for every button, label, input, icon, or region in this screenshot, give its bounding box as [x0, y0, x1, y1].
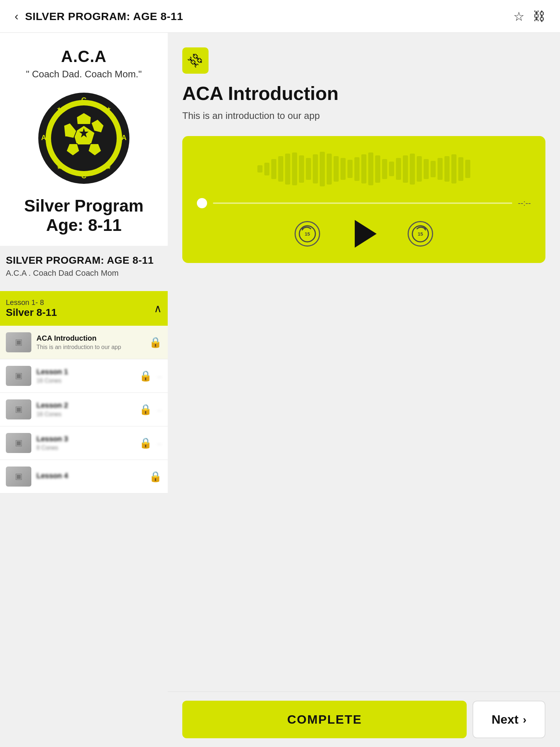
course-card-subtitle: " Coach Dad. Coach Mom." — [11, 69, 157, 80]
lock-icon: 🔒 — [139, 403, 152, 415]
link-icon-box: ⛓ — [182, 47, 209, 74]
lesson-item-info: Lesson 1 16 Cones — [36, 368, 131, 384]
header-icons: ☆ ⛓ — [513, 9, 545, 24]
svg-text:15: 15 — [305, 231, 310, 237]
lesson-item-name: Lesson 4 — [36, 472, 141, 480]
list-item[interactable]: ▣ Lesson 1 16 Cones 🔒 ... — [0, 359, 168, 393]
waveform-bar — [361, 154, 366, 183]
lesson-item-info: Lesson 3 8 Cones — [36, 435, 131, 451]
course-logo: C C A A ★ ★ ★ ★ — [36, 91, 131, 186]
lock-icon: 🔒 — [149, 336, 162, 348]
waveform-bar — [410, 154, 415, 185]
progress-dot — [197, 198, 207, 208]
link-icon: ⛓ — [185, 50, 205, 70]
lesson-item-sub: 16 Cones — [36, 378, 131, 384]
header: ‹ SILVER PROGRAM: AGE 8-11 ☆ ⛓ — [0, 0, 560, 33]
header-left: ‹ SILVER PROGRAM: AGE 8-11 — [15, 9, 183, 23]
share-link-icon[interactable]: ⛓ — [533, 9, 545, 24]
waveform-bar — [451, 154, 456, 183]
video-icon: ▣ — [15, 438, 23, 448]
lesson-thumbnail: ▣ — [6, 332, 31, 352]
time-display: --:-- — [518, 198, 531, 208]
forward-button[interactable]: 15 — [408, 221, 433, 247]
list-item[interactable]: ▣ Lesson 2 16 Cones 🔒 ... — [0, 393, 168, 426]
lesson-label: Lesson 1- 8 — [6, 298, 57, 307]
list-item[interactable]: ▣ Lesson 4 🔒 — [0, 460, 168, 494]
bottom-bar: COMPLETE Next › — [168, 692, 560, 747]
waveform-bar — [264, 163, 269, 175]
progress-track[interactable] — [213, 202, 512, 204]
waveform-bar — [354, 157, 359, 181]
waveform-bar — [438, 158, 443, 180]
waveform-bar — [306, 158, 311, 180]
lesson-section-header[interactable]: Lesson 1- 8 Silver 8-11 ∧ — [0, 291, 168, 326]
play-button[interactable] — [349, 219, 378, 248]
lesson-main-title: ACA Introduction — [182, 82, 545, 104]
waveform-bar — [431, 161, 436, 177]
chevron-up-icon[interactable]: ∧ — [154, 302, 162, 315]
waveform-bar — [396, 158, 401, 180]
progress-bar[interactable]: --:-- — [197, 198, 531, 208]
waveform-bar — [334, 156, 339, 182]
svg-text:★: ★ — [57, 106, 62, 112]
left-panel: A.C.A " Coach Dad. Coach Mom." — [0, 33, 168, 747]
waveform-bar — [375, 155, 380, 183]
video-icon: ▣ — [15, 371, 23, 380]
list-item[interactable]: ▣ Lesson 3 8 Cones 🔒 ... — [0, 426, 168, 460]
waveform-bar — [389, 162, 394, 176]
player-controls: 15 15 — [197, 219, 531, 248]
svg-text:★: ★ — [57, 164, 62, 170]
right-panel: ⛓ ACA Introduction This is an introducti… — [168, 33, 560, 747]
course-card-title: A.C.A — [11, 47, 157, 66]
next-arrow-icon: › — [523, 713, 526, 726]
course-name: Silver Program — [11, 197, 157, 215]
course-info: SILVER PROGRAM: AGE 8-11 A.C.A . Coach D… — [0, 246, 168, 284]
play-triangle-icon — [355, 220, 377, 248]
lesson-item-sub: 16 Cones — [36, 411, 131, 418]
lesson-item-name: Lesson 1 — [36, 368, 131, 376]
waveform-bar — [292, 152, 297, 185]
list-item[interactable]: ▣ ACA Introduction This is an introducti… — [0, 326, 168, 359]
back-button[interactable]: ‹ — [15, 9, 19, 23]
audio-player: --:-- 15 — [182, 136, 545, 263]
page-title: SILVER PROGRAM: AGE 8-11 — [25, 10, 183, 23]
svg-text:C: C — [81, 96, 86, 104]
lesson-thumbnail: ▣ — [6, 433, 31, 453]
next-button[interactable]: Next › — [472, 701, 545, 738]
waveform-bar — [424, 159, 429, 179]
waveform-bar — [341, 158, 346, 180]
lesson-item-name: Lesson 2 — [36, 401, 131, 410]
complete-button[interactable]: COMPLETE — [182, 701, 467, 738]
main-layout: A.C.A " Coach Dad. Coach Mom." — [0, 33, 560, 747]
lesson-item-badge: ... — [157, 372, 162, 379]
lesson-section-info: Lesson 1- 8 Silver 8-11 — [6, 298, 57, 318]
lesson-thumbnail: ▣ — [6, 399, 31, 419]
audio-waveform — [197, 151, 531, 187]
lesson-item-sub: This is an introduction to our app — [36, 344, 141, 351]
svg-text:★: ★ — [106, 164, 111, 170]
rewind-button[interactable]: 15 — [295, 221, 320, 247]
lock-icon: 🔒 — [139, 437, 152, 449]
lesson-item-name: Lesson 3 — [36, 435, 131, 443]
waveform-bar — [444, 156, 450, 182]
next-label: Next — [491, 712, 518, 727]
waveform-bar — [257, 165, 262, 173]
bookmark-icon[interactable]: ☆ — [513, 9, 524, 24]
waveform-bar — [347, 160, 353, 178]
course-card: A.C.A " Coach Dad. Coach Mom." — [0, 33, 168, 246]
waveform-bar — [278, 156, 283, 182]
svg-text:★: ★ — [106, 106, 111, 112]
lesson-section-title: Silver 8-11 — [6, 307, 57, 318]
svg-text:A: A — [121, 133, 127, 142]
waveform-bar — [458, 157, 463, 181]
course-age: Age: 8-11 — [11, 215, 157, 235]
lesson-main-desc: This is an introduction to our app — [182, 110, 545, 121]
waveform-bar — [465, 160, 470, 178]
svg-text:15: 15 — [418, 231, 423, 237]
waveform-bar — [320, 152, 325, 186]
waveform-bar — [382, 159, 387, 179]
waveform-bar — [417, 156, 422, 182]
waveform-bar — [403, 155, 408, 183]
course-org: A.C.A . Coach Dad Coach Mom — [6, 268, 162, 278]
waveform-bar — [285, 154, 290, 185]
